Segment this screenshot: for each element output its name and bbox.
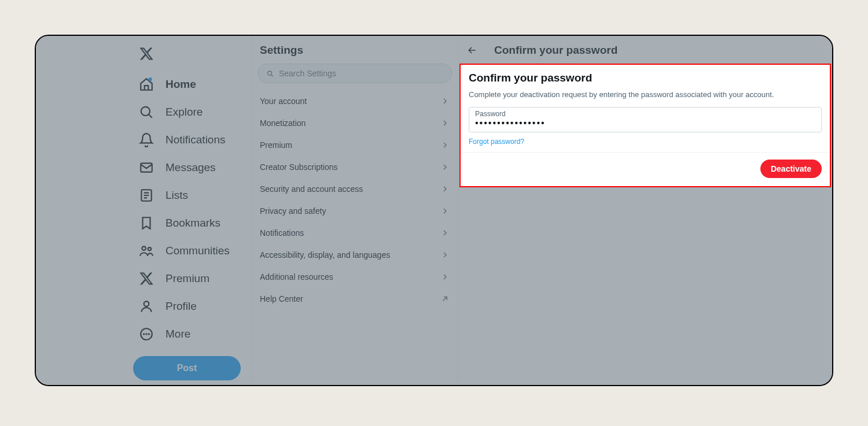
svg-point-5 <box>148 247 151 250</box>
sidebar-item-label: Profile <box>165 300 197 313</box>
sidebar-item-messages[interactable]: Messages <box>133 154 251 181</box>
chevron-right-icon <box>440 162 450 172</box>
settings-title: Settings <box>252 36 458 64</box>
detail-header: Confirm your password <box>458 36 832 64</box>
communities-icon <box>139 243 154 258</box>
search-settings[interactable] <box>258 64 452 83</box>
confirm-password-panel: Confirm your password Complete your deac… <box>459 64 831 187</box>
chevron-right-icon <box>440 272 450 281</box>
chevron-right-icon <box>440 118 450 128</box>
chevron-right-icon <box>440 206 450 216</box>
svg-point-1 <box>141 107 150 116</box>
chevron-right-icon <box>440 140 450 150</box>
deactivate-button[interactable]: Deactivate <box>760 160 822 178</box>
svg-point-4 <box>142 246 146 250</box>
home-icon <box>139 77 154 92</box>
sidebar-item-label: Communities <box>165 245 230 257</box>
settings-item-creator-subscriptions[interactable]: Creator Subscriptions <box>252 156 458 178</box>
sidebar-item-label: Lists <box>165 189 188 202</box>
password-input[interactable] <box>475 118 815 128</box>
settings-item-help-center[interactable]: Help Center <box>252 288 458 310</box>
svg-point-10 <box>149 334 149 334</box>
sidebar-item-communities[interactable]: Communities <box>133 237 251 265</box>
detail-column: Confirm your password Confirm your passw… <box>458 36 832 385</box>
sidebar-item-label: Explore <box>165 106 203 118</box>
mail-icon <box>139 160 154 175</box>
sidebar-item-label: Home <box>165 78 196 91</box>
divider <box>461 152 830 153</box>
profile-icon <box>139 299 154 314</box>
sidebar-item-home[interactable]: Home <box>133 71 251 98</box>
settings-column: Settings Your account Monetization Premi… <box>251 36 458 385</box>
back-arrow-icon[interactable] <box>466 45 478 56</box>
x-logo[interactable] <box>133 43 251 67</box>
svg-point-0 <box>148 77 152 82</box>
forgot-password-link[interactable]: Forgot password? <box>469 138 524 146</box>
sidebar-nav: Home Explore Notifications Messages List… <box>36 36 251 385</box>
panel-subtitle: Complete your deactivation request by en… <box>469 90 822 99</box>
settings-item-privacy[interactable]: Privacy and safety <box>252 200 458 222</box>
sidebar-item-label: Notifications <box>165 134 226 146</box>
sidebar-item-explore[interactable]: Explore <box>133 98 251 126</box>
settings-item-monetization[interactable]: Monetization <box>252 112 458 134</box>
svg-point-11 <box>268 71 272 75</box>
sidebar-item-more[interactable]: More <box>133 320 251 348</box>
settings-item-additional-resources[interactable]: Additional resources <box>252 266 458 288</box>
search-icon <box>139 105 154 120</box>
post-button[interactable]: Post <box>133 356 241 380</box>
settings-item-security[interactable]: Security and account access <box>252 178 458 200</box>
settings-item-notifications[interactable]: Notifications <box>252 222 458 244</box>
sidebar-item-label: Bookmarks <box>165 217 220 229</box>
chevron-right-icon <box>440 228 450 238</box>
detail-header-title: Confirm your password <box>494 44 617 57</box>
svg-point-6 <box>144 301 149 306</box>
chevron-right-icon <box>440 250 450 260</box>
sidebar-item-notifications[interactable]: Notifications <box>133 126 251 154</box>
svg-point-8 <box>144 334 144 334</box>
sidebar-item-label: More <box>165 328 190 340</box>
list-icon <box>139 188 154 203</box>
x-icon <box>139 271 154 286</box>
chevron-right-icon <box>440 97 450 106</box>
settings-item-your-account[interactable]: Your account <box>252 90 458 112</box>
bell-icon <box>139 132 154 147</box>
sidebar-item-bookmarks[interactable]: Bookmarks <box>133 209 251 237</box>
sidebar-item-premium[interactable]: Premium <box>133 265 251 292</box>
bookmark-icon <box>139 216 154 231</box>
settings-item-accessibility[interactable]: Accessibility, display, and languages <box>252 244 458 266</box>
password-field-wrapper[interactable]: Password <box>469 107 822 132</box>
panel-title: Confirm your password <box>469 72 822 84</box>
svg-point-9 <box>146 334 146 334</box>
password-label: Password <box>475 110 815 118</box>
search-icon <box>266 69 274 78</box>
chevron-right-icon <box>440 184 450 194</box>
more-icon <box>139 327 154 342</box>
external-link-icon <box>440 294 450 303</box>
sidebar-item-label: Premium <box>165 272 209 285</box>
settings-item-premium[interactable]: Premium <box>252 134 458 156</box>
sidebar-item-profile[interactable]: Profile <box>133 292 251 320</box>
search-input[interactable] <box>279 69 443 78</box>
sidebar-item-lists[interactable]: Lists <box>133 181 251 209</box>
sidebar-item-label: Messages <box>165 161 216 174</box>
